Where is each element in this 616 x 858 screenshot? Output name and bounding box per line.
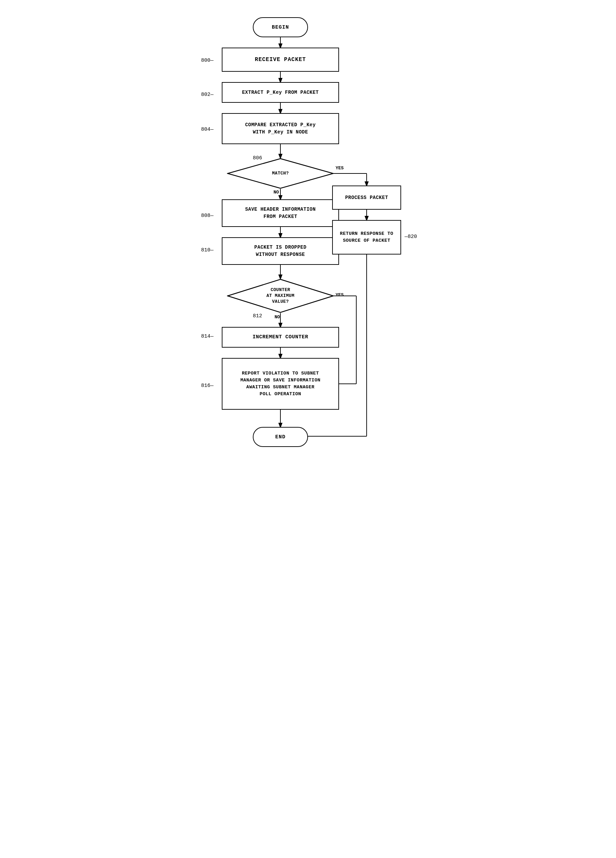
node-810: PACKET IS DROPPED WITHOUT RESPONSE bbox=[222, 237, 339, 265]
counter-no-label: NO bbox=[275, 314, 280, 320]
counter-yes-label: YES bbox=[336, 292, 344, 298]
label-802: 802— bbox=[201, 92, 213, 98]
label-804: 804— bbox=[201, 127, 213, 132]
node-806: MATCH? bbox=[227, 158, 334, 189]
label-820: —820 bbox=[404, 234, 417, 240]
node-820: RETURN RESPONSE TO SOURCE OF PACKET bbox=[332, 220, 401, 255]
node-802: EXTRACT P_Key FROM PACKET bbox=[222, 82, 339, 103]
node-800: RECEIVE PACKET bbox=[222, 48, 339, 72]
label-812: 812 bbox=[253, 313, 262, 319]
label-816: 816— bbox=[201, 383, 213, 389]
begin-terminal: BEGIN bbox=[253, 17, 308, 37]
node-818: PROCESS PACKET bbox=[332, 185, 401, 210]
node-804: COMPARE EXTRACTED P_Key WITH P_Key IN NO… bbox=[222, 113, 339, 144]
flowchart-diagram: BEGIN 800— RECEIVE PACKET 802— EXTRACT P… bbox=[174, 7, 442, 800]
node-814: INCREMENT COUNTER bbox=[222, 327, 339, 348]
label-800: 800— bbox=[201, 58, 213, 64]
node-812: COUNTER AT MAXIMUM VALUE? bbox=[227, 279, 334, 313]
match-yes-label: YES bbox=[336, 166, 344, 171]
node-808: SAVE HEADER INFORMATION FROM PACKET bbox=[222, 199, 339, 227]
end-terminal: END bbox=[253, 427, 308, 447]
label-814: 814— bbox=[201, 333, 213, 339]
label-808: 808— bbox=[201, 213, 213, 219]
match-no-label: NO bbox=[274, 190, 279, 195]
label-810: 810— bbox=[201, 247, 213, 253]
node-816: REPORT VIOLATION TO SUBNET MANAGER OR SA… bbox=[222, 358, 339, 410]
